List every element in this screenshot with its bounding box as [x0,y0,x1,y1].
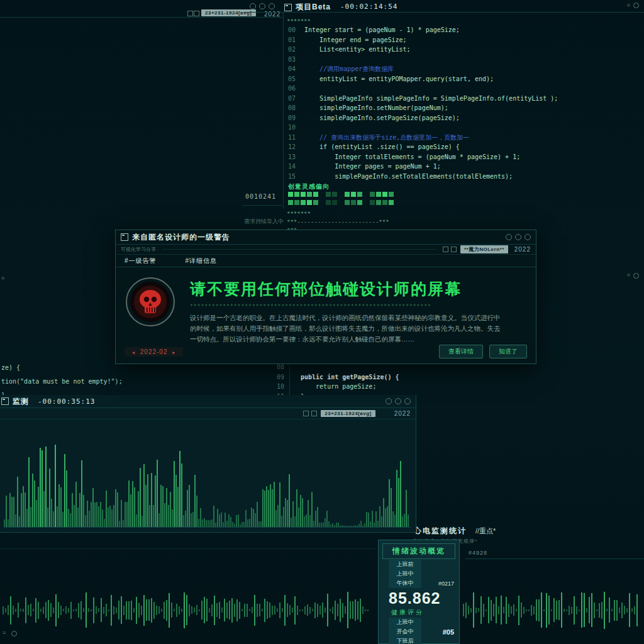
menu-icon[interactable]: ≡ [1,275,4,281]
spectrum-bar [358,524,360,527]
waveform-bar [513,604,514,616]
spectrum-bar [289,474,290,527]
inspiration-bars [288,192,395,208]
waveform-bar [13,606,14,614]
waveform-bar [468,606,469,614]
tab-details[interactable]: #详细信息 [186,257,218,265]
spectrum-bar [109,506,111,527]
waveform-bar [591,593,592,627]
warning-modal: 来自匿名设计师的一级警告 可视化学习分享 **魔力NOLern** 2022 #… [115,230,536,364]
code-text: // 查询出来数据等于size,总数据里加一，页数加一 [304,133,469,143]
spectrum-bar [136,514,137,527]
spectrum-bar [343,526,345,527]
acknowledge-button[interactable]: 知道了 [489,345,527,358]
spectrum-bar [355,525,356,527]
spectrum-bar [158,513,160,527]
spectrum-bar [275,510,277,527]
inspiration-segment [301,192,306,197]
window-control-circle[interactable] [506,234,512,240]
waveform-bar [294,596,296,625]
inspiration-segment [376,192,381,197]
window-control-circle[interactable] [269,3,275,9]
waveform-bar [179,606,180,614]
view-details-button[interactable]: 查看详情 [439,345,483,358]
spectrum-bar [96,502,97,527]
spectrum-bar [138,491,139,527]
window-control-circle[interactable] [250,3,256,9]
menu-icon[interactable]: ≡ [627,3,630,8]
code-line: 09 simplePageInfo.setPageSize(pageSize); [284,113,558,123]
spectrum-bar [26,509,28,527]
tab-level1-alert[interactable]: #一级告警 [125,257,157,265]
window-control-circle[interactable] [386,398,392,404]
code-line: 05 entityList = entityPOMapper.query(sta… [284,74,558,84]
segment-gap [338,192,343,197]
waveform-bar [576,606,577,614]
spectrum-bar [38,487,39,527]
prev-month-icon[interactable]: ◂ [132,350,135,355]
panel-icon[interactable] [311,411,317,416]
spectrum-bar [42,450,43,527]
spectrum-bar [277,505,279,527]
spectrum-bar [47,508,48,527]
spectrum-bar [142,516,143,527]
window-control-circle[interactable] [515,234,521,240]
code-text: Integer pages = pageNum + 1; [304,162,441,172]
waveform-bar [342,603,343,618]
waveform-bar [601,602,602,619]
spectrum-bar [23,486,24,527]
panel-icon[interactable] [303,411,309,416]
panel-icon[interactable] [187,11,193,16]
window-control-circle[interactable] [404,398,411,404]
spectrum-bar [191,513,192,527]
date-selector[interactable]: ◂ 2022-02 ▸ [125,347,183,357]
next-month-icon[interactable]: ▸ [172,350,175,355]
spectrum-bar [296,489,297,527]
waveform-bar [48,600,49,621]
record-icon[interactable] [633,3,639,8]
spectrum-bar [306,514,307,527]
waveform-bar [80,601,82,619]
spectrum-bar [111,509,113,527]
waveform-bar [101,598,102,622]
spectrum-bar [221,513,222,527]
waveform-bar [528,609,530,611]
spectrum-bar [179,451,180,527]
waveform-bar [156,606,157,615]
waveform-bar [277,608,278,612]
status-row: 上班前 [389,560,454,569]
segment-gap [338,200,343,205]
status-tag: #0217 [438,580,454,587]
waveform-bar [345,606,346,614]
window-control-circle[interactable] [259,3,265,9]
spectrum-bar [21,493,22,527]
panel-icon[interactable] [451,247,457,252]
waveform-bar [543,609,545,611]
waveform-bar [171,602,172,618]
window-control-circle[interactable] [395,398,401,404]
waveform-bar [60,606,62,615]
spectrum-bar [79,493,80,527]
project-code: 00Integer start = (pageNum - 1) * pageSi… [284,25,558,181]
inspiration-segment [382,200,387,205]
waveform-bar [83,608,84,612]
waveform-bar [121,596,122,624]
spectrum-bar [260,521,262,527]
waveform-bar [229,601,230,619]
spectrum-bar [134,487,135,527]
spectrum-bar [185,511,186,527]
code-line: 11 // 查询出来数据等于size,总数据里加一，页数加一 [284,133,558,143]
waveform-bar [556,601,557,619]
ecg-note: //重点* [475,526,496,536]
waveform-bar [45,602,47,618]
panel-icon[interactable] [443,247,448,252]
panel-icon[interactable] [194,11,199,16]
window-control-circle[interactable] [525,234,531,240]
code-line: 00Integer start = (pageNum - 1) * pageSi… [284,25,558,35]
spectrum-bar [347,526,348,527]
record-icon[interactable] [633,273,639,279]
waveform-bar [491,600,492,621]
spectrum-bar [341,525,343,527]
waveform-bar [360,599,361,622]
menu-icon[interactable]: ≡ [627,272,630,278]
